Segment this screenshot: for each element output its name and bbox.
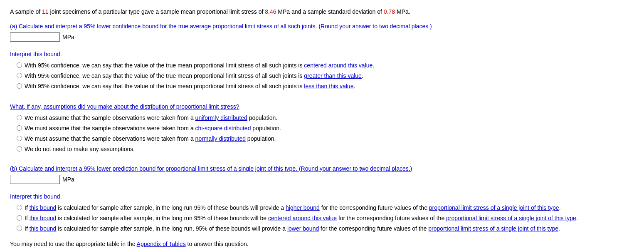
part-b-interpret-options: If this bound is calculated for sample a…	[17, 204, 634, 233]
part-b-option-2-label: If this bound is calculated for sample a…	[25, 214, 578, 223]
part-a-option-2-label: With 95% confidence, we can say that the…	[25, 72, 363, 80]
part-b-unit: MPa	[62, 175, 74, 184]
part-a-option-2: With 95% confidence, we can say that the…	[17, 72, 634, 80]
part-b-option-3: If this bound is calculated for sample a…	[17, 224, 634, 233]
part-b-option-2: If this bound is calculated for sample a…	[17, 214, 634, 223]
part-b-label: (b) Calculate and interpret a 95% lower …	[10, 164, 634, 173]
part-b-option-1-label: If this bound is calculated for sample a…	[25, 204, 561, 212]
part-a-assumption-radio-2[interactable]	[17, 125, 22, 131]
part-a-input-row: MPa	[10, 32, 634, 42]
part-a-option-1-label: With 95% confidence, we can say that the…	[25, 61, 374, 70]
part-a-interpret-heading: Interpret this bound.	[10, 50, 634, 59]
part-b-section: (b) Calculate and interpret a 95% lower …	[10, 160, 634, 233]
footer-text-before-link: You may need to use the appropriate tabl…	[10, 241, 137, 247]
intro-text-after-n: joint specimens of a particular type gav…	[49, 8, 265, 15]
part-b-option-3-label: If this bound is calculated for sample a…	[25, 224, 560, 233]
intro-std: 0.78	[384, 8, 395, 15]
part-a-radio-3[interactable]	[17, 83, 22, 89]
intro-text-after-mean: MPa and a sample standard deviation of	[276, 8, 383, 15]
part-a-assumption-4: We do not need to make any assumptions.	[17, 145, 634, 154]
part-b-option-1: If this bound is calculated for sample a…	[17, 204, 634, 212]
part-b-radio-2[interactable]	[17, 215, 22, 221]
part-a-option-3-label: With 95% confidence, we can say that the…	[25, 82, 355, 91]
intro-text-after-std: MPa.	[395, 8, 410, 15]
part-a-assumption-3-label: We must assume that the sample observati…	[25, 134, 276, 143]
appendix-link[interactable]: Appendix of Tables	[137, 241, 186, 247]
part-b-radio-3[interactable]	[17, 226, 22, 231]
part-a-assumption-options: We must assume that the sample observati…	[17, 114, 634, 154]
part-b-interpret-heading: Interpret this bound.	[10, 192, 634, 201]
part-a-input[interactable]	[10, 32, 60, 42]
intro-mean: 8.46	[265, 8, 276, 15]
footer-text-after-link: to answer this question.	[186, 241, 249, 247]
footer-paragraph: You may need to use the appropriate tabl…	[10, 240, 634, 249]
part-a-option-1: With 95% confidence, we can say that the…	[17, 61, 634, 70]
part-a-radio-1[interactable]	[17, 62, 22, 68]
part-a-label: (a) Calculate and interpret a 95% lower …	[10, 22, 634, 31]
part-a-assumption-2-label: We must assume that the sample observati…	[25, 124, 281, 133]
part-a-radio-2[interactable]	[17, 73, 22, 78]
part-a-unit: MPa	[62, 33, 74, 42]
part-a-assumption-4-label: We do not need to make any assumptions.	[25, 145, 135, 154]
part-b-radio-1[interactable]	[17, 205, 22, 210]
part-a-assumption-1-label: We must assume that the sample observati…	[25, 114, 277, 122]
intro-n: 11	[42, 8, 49, 15]
part-a-section: (a) Calculate and interpret a 95% lower …	[10, 22, 634, 154]
part-a-option-3: With 95% confidence, we can say that the…	[17, 82, 634, 91]
part-a-assumption-1: We must assume that the sample observati…	[17, 114, 634, 122]
part-a-assumption-radio-1[interactable]	[17, 115, 22, 120]
part-a-assumption-3: We must assume that the sample observati…	[17, 134, 634, 143]
part-a-assumption-radio-4[interactable]	[17, 146, 22, 152]
part-a-interpret-options: With 95% confidence, we can say that the…	[17, 61, 634, 91]
part-a-assumption-2: We must assume that the sample observati…	[17, 124, 634, 133]
part-b-input[interactable]	[10, 175, 60, 184]
part-b-input-row: MPa	[10, 175, 634, 184]
intro-paragraph: A sample of 11 joint specimens of a part…	[10, 7, 634, 16]
part-a-assumptions-heading: What, if any, assumptions did you make a…	[10, 102, 634, 111]
intro-text-before-n: A sample of	[10, 8, 42, 15]
part-a-assumption-radio-3[interactable]	[17, 136, 22, 141]
